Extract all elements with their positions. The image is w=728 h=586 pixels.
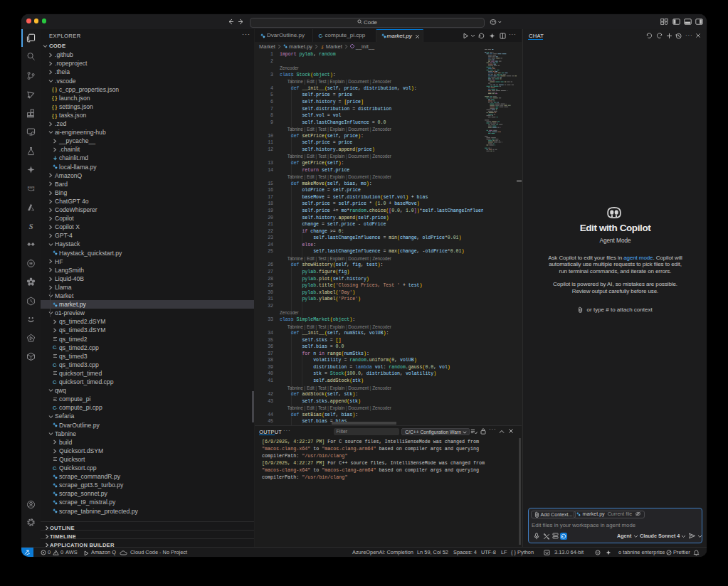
svg-text:S: S xyxy=(28,221,33,230)
svg-text:ξ: ξ xyxy=(321,44,323,49)
svg-text:aws: aws xyxy=(28,185,35,189)
